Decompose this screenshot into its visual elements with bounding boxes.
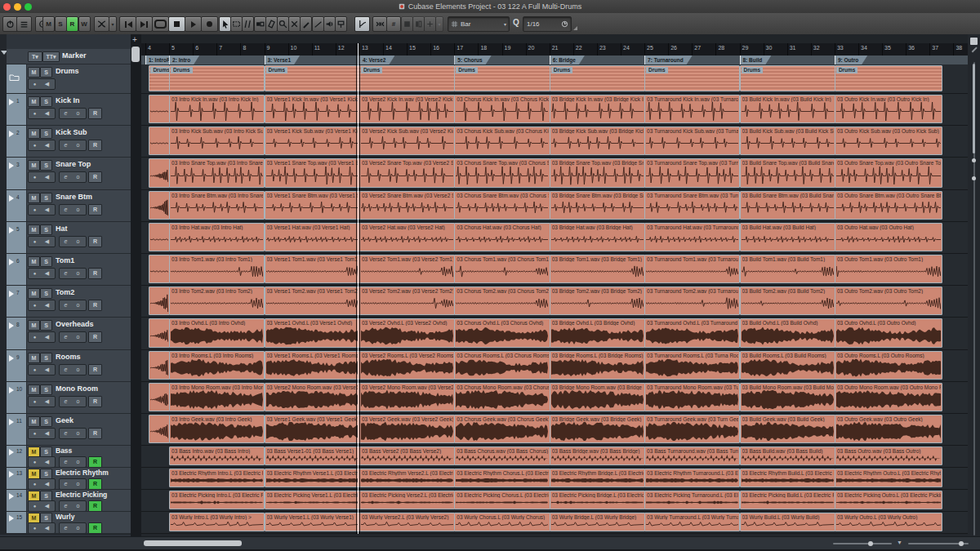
audio-event-fill[interactable]: [149, 255, 170, 283]
edit-channel-button[interactable]: e: [60, 237, 72, 247]
toolbar-object-selection-tool[interactable]: [219, 16, 231, 32]
toolbar-snap-type-button[interactable]: #: [386, 16, 401, 32]
audio-event[interactable]: 03 Bridge Hat.wav (03 Bridge Hat): [550, 223, 645, 251]
audio-event[interactable]: 03 Turnaround Kick In.wav (03 Turnaround…: [644, 95, 740, 123]
audio-event[interactable]: 03 Electric Picking Verse1.L (03 Electri…: [265, 491, 360, 509]
audio-event[interactable]: 03 Bridge Snare Btm.wav (03 Bridge Snare…: [550, 191, 645, 220]
toolbar-zoom-tool[interactable]: [277, 16, 289, 32]
record-enable-button[interactable]: ●: [29, 332, 41, 342]
folder-event[interactable]: Drums: [835, 65, 942, 91]
audio-event-fill[interactable]: [149, 318, 170, 347]
toolbar-stop-button[interactable]: [168, 16, 185, 32]
monitor-button[interactable]: ◀: [41, 479, 53, 489]
track-header-geek[interactable]: 11MSGeek●◀eoR: [7, 414, 131, 446]
audio-event[interactable]: 03 Verse2 Kick In.wav (03 Verse2 Kick In…: [359, 95, 455, 123]
audio-event[interactable]: 03 Electric Picking Outro.L (03 Electric…: [835, 491, 942, 509]
inserts-state-button[interactable]: o: [72, 523, 84, 533]
audio-event[interactable]: 03 Wurly Outro.L (03 Wurly Outro): [835, 513, 942, 531]
audio-event[interactable]: 03 Outro Tom2.wav (03 Outro Tom2): [835, 287, 942, 315]
toolbar-range-selection-tool[interactable]: [230, 16, 243, 32]
audio-event[interactable]: 03 Build Kick In.wav (03 Build Kick In): [740, 95, 835, 123]
mute-button[interactable]: M: [28, 160, 40, 171]
read-automation-button[interactable]: R: [88, 456, 102, 468]
inserts-state-button[interactable]: o: [72, 205, 84, 215]
edit-channel-button[interactable]: e: [60, 365, 72, 375]
track-lane-electric-picking[interactable]: 03 Electric Picking Intro.L (03 Electric…: [141, 490, 968, 512]
record-enable-button[interactable]: ●: [29, 205, 41, 215]
track-header-kick-in[interactable]: 1MSKick In●◀eoR: [7, 94, 131, 126]
toolbar-split-tool[interactable]: [242, 16, 254, 32]
audio-event[interactable]: 03 Electric Rhythm Verse1.L (03 Electric…: [265, 469, 360, 487]
audio-event[interactable]: 03 Verse1 Snare Btm.wav (03 Verse1 Snare…: [265, 191, 360, 220]
audio-event[interactable]: 03 Intro Tom2.wav (03 Intro Tom2): [169, 287, 265, 315]
read-automation-button[interactable]: R: [88, 204, 102, 216]
read-automation-button[interactable]: R: [88, 428, 102, 439]
read-automation-button[interactable]: R: [88, 171, 102, 183]
edit-channel-button[interactable]: e: [60, 397, 72, 407]
monitor-button[interactable]: ◀: [41, 429, 53, 438]
edit-channel-button[interactable]: e: [60, 501, 72, 511]
toolbar-resize-grip[interactable]: [573, 26, 577, 30]
read-automation-button[interactable]: R: [88, 396, 102, 407]
audio-event[interactable]: 03 Outro Geek.wav (03 Outro Geek): [835, 415, 942, 443]
audio-event[interactable]: 03 Electric Rhythm Build.L (03 Electric …: [740, 469, 835, 487]
mute-button[interactable]: M: [28, 96, 40, 107]
audio-event-fill[interactable]: [149, 383, 170, 411]
inserts-state-button[interactable]: o: [72, 501, 84, 511]
audio-event[interactable]: 03 Turnaround Geek.wav (03 Turn Geek): [644, 415, 740, 443]
audio-event[interactable]: 03 Electric Picking Bridge.L (03 Electri…: [550, 491, 645, 509]
mute-button[interactable]: M: [28, 416, 40, 427]
audio-event[interactable]: 03 Intro Snare Btm.wav (03 Intro Snare B…: [169, 191, 265, 220]
audio-event[interactable]: 03 Verse1 Tom2.wav (03 Verse1 Tom2): [265, 287, 360, 315]
record-enable-button[interactable]: ●: [29, 172, 41, 182]
folder-event[interactable]: Drums: [740, 65, 835, 91]
toolbar-draw-tool[interactable]: [300, 16, 312, 32]
audio-event[interactable]: 03 Electric Picking Build.L (03 Electric…: [740, 491, 835, 509]
audio-event[interactable]: 03 Build Tom1.wav (03 Build Tom1): [740, 255, 835, 283]
record-enable-button[interactable]: ●: [29, 140, 41, 150]
audio-event[interactable]: 03 Bass Verse1-01 (03 Bass Verse1): [265, 447, 360, 465]
edit-channel-button[interactable]: e: [60, 332, 72, 342]
audio-event[interactable]: 03 Bridge Geek.wav (03 Bridge Geek): [550, 415, 645, 443]
tracklist-scrollbar-thumb[interactable]: [131, 47, 140, 62]
toolbar-play-button[interactable]: [185, 16, 202, 32]
record-enable-button[interactable]: ●: [29, 300, 41, 310]
mute-button[interactable]: M: [28, 384, 40, 395]
mute-button[interactable]: M: [28, 224, 40, 235]
audio-event[interactable]: 03 Outro Mono Room.wav (03 Outro Mono Ro…: [835, 383, 942, 411]
track-header-hat[interactable]: 5MSHat●◀eoR: [7, 222, 131, 254]
track-lane-kick-sub[interactable]: 03 Intro Kick Sub.wav (03 Intro Kick Sub…: [141, 126, 968, 158]
audio-event[interactable]: 03 Verse2 Tom1.wav (03 Verse2 Tom1): [359, 255, 455, 283]
audio-event[interactable]: 03 Intro Rooms.L (03 Intro Rooms): [169, 351, 265, 380]
audio-event[interactable]: 03 Outro Hat.wav (03 Outro Hat): [835, 223, 942, 251]
tracklist-divider[interactable]: +: [131, 34, 141, 536]
monitor-button[interactable]: ◀: [41, 109, 53, 118]
solo-button[interactable]: S: [40, 353, 52, 363]
audio-event[interactable]: 03 Chorus Geek.wav (03 Chorus Geek): [454, 415, 550, 443]
audio-event[interactable]: 03 Build Snare Top.wav (03 Build Snare T…: [740, 158, 835, 187]
monitor-button[interactable]: ◀: [41, 140, 53, 150]
audio-event[interactable]: 03 Outro Snare Btm.wav (03 Outro Snare B…: [835, 191, 942, 220]
edit-channel-button[interactable]: e: [60, 205, 72, 215]
track-header-electric-picking[interactable]: 14MSElectric Picking●◀eoR: [7, 490, 131, 512]
audio-event[interactable]: 03 Build Hat.wav (03 Build Hat): [740, 223, 835, 251]
toolbar-grid-menu-arrow[interactable]: ▾: [435, 16, 443, 32]
monitor-button[interactable]: ◀: [41, 397, 53, 407]
toolbar-glue-tool[interactable]: [254, 16, 266, 32]
record-enable-button[interactable]: ●: [29, 237, 41, 247]
track-lane-bass[interactable]: 03 Bass Intro.wav (03 Bass Intro)03 Bass…: [141, 446, 968, 468]
audio-event[interactable]: 03 Outro Kick Sub.wav (03 Outro Kick Sub…: [835, 127, 942, 155]
toolbar-playback-tool[interactable]: [323, 16, 336, 32]
audio-event[interactable]: 03 Verse2 Tom2.wav (03 Verse2 Tom2): [359, 287, 455, 315]
audio-event[interactable]: 03 Build Tom2.wav (03 Build Tom2): [740, 287, 835, 315]
track-lane-wurly[interactable]: 03 Wurly Intro.L (03 Wurly Intro) >03 Wu…: [141, 512, 968, 534]
solo-button[interactable]: S: [40, 224, 52, 235]
monitor-button[interactable]: ◀: [41, 365, 53, 375]
audio-event[interactable]: 03 Build Mono Room.wav (03 Build Mono Ro…: [740, 383, 835, 411]
audio-event[interactable]: 03 Chorus Kick Sub.wav (03 Chorus Kick S…: [454, 127, 550, 155]
toolbar-auto-fades-button[interactable]: [94, 16, 109, 32]
audio-event[interactable]: 03 Verse1 Geek.wav (03 Verse1 Geek): [265, 415, 360, 443]
edit-channel-button[interactable]: e: [60, 457, 72, 467]
audio-event[interactable]: 03 Chorus Ovhd.L (03 Chorus Ovhd): [454, 318, 550, 347]
record-enable-button[interactable]: ●: [29, 501, 41, 511]
